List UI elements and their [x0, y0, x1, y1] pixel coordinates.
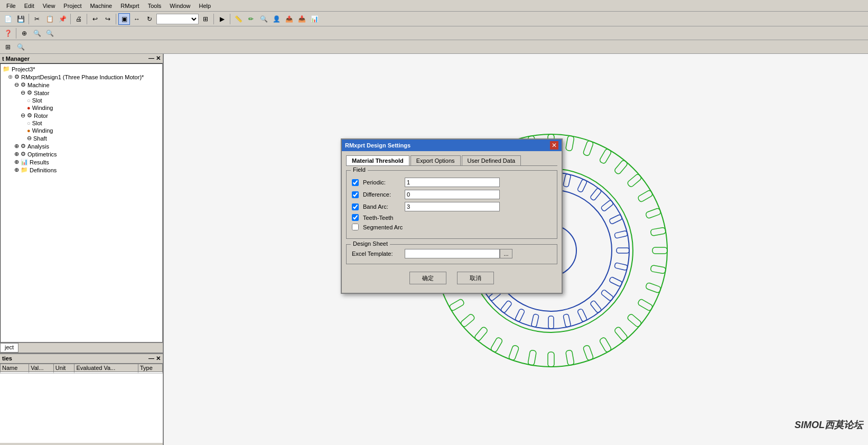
obj-tab-item[interactable]: ject	[0, 343, 18, 353]
band-arc-checkbox[interactable]	[352, 203, 359, 210]
chart-button[interactable]: 📊	[309, 13, 320, 25]
tree-stator[interactable]: ⊖ ⚙ Stator	[2, 89, 161, 97]
measure-button[interactable]: 📏	[232, 13, 244, 25]
tree-project[interactable]: 📁 Project3*	[2, 65, 161, 73]
tree-analysis-icon: ⊕	[14, 143, 19, 150]
tab-user-defined-data[interactable]: User Defined Data	[462, 155, 521, 165]
dialog-title: RMxprt Design Settings	[345, 142, 410, 149]
properties-panel: ties — ✕ Name Val... Unit Evaluated Va..…	[0, 353, 163, 445]
tree-stator-slot[interactable]: ○ Slot	[2, 97, 161, 104]
select-button[interactable]: ▣	[118, 13, 130, 25]
tree-definitions[interactable]: ⊕ 📁 Definitions	[2, 166, 161, 174]
tree-stator-winding[interactable]: ● Winding	[2, 104, 161, 112]
difference-input[interactable]: 0	[405, 190, 500, 199]
help-icon-btn[interactable]: ❓	[2, 27, 14, 39]
dialog-overlay: RMxprt Design Settings ✕ Material Thresh…	[164, 54, 868, 445]
grid-button[interactable]: ⊞	[200, 13, 211, 25]
dialog: RMxprt Design Settings ✕ Material Thresh…	[341, 138, 563, 294]
move-button[interactable]: ↔	[131, 13, 143, 25]
tree-rmxprt[interactable]: ⊕ ⚙ RMxprtDesign1 (Three Phase Induction…	[2, 73, 161, 81]
tree-rotor-slot[interactable]: ○ Slot	[2, 119, 161, 127]
print-button[interactable]: 🖨	[73, 13, 85, 25]
tree-definitions-icon: ⊕	[14, 166, 19, 173]
difference-checkbox[interactable]	[352, 191, 359, 198]
zoom-button[interactable]: 🔍	[258, 13, 269, 25]
tab-material-threshold[interactable]: Material Threshold	[346, 155, 409, 165]
tree-rotor[interactable]: ⊖ ⚙ Rotor	[2, 112, 161, 119]
props-close[interactable]: ✕	[156, 355, 161, 361]
dialog-tabs: Material Threshold Export Options User D…	[346, 155, 557, 166]
tree-stator-label: Stator	[34, 90, 49, 96]
menu-machine[interactable]: Machine	[86, 2, 117, 10]
menubar: File Edit View Project Machine RMxprt To…	[0, 0, 868, 12]
tree-results-icon: ⊕	[14, 159, 19, 165]
project-manager-title: t Manager	[2, 55, 30, 62]
tree-results[interactable]: ⊕ 📊 Results	[2, 158, 161, 166]
panel-close[interactable]: ✕	[156, 55, 161, 61]
menu-file[interactable]: File	[2, 2, 20, 10]
periodic-checkbox[interactable]	[352, 179, 359, 186]
tab-export-options[interactable]: Export Options	[410, 155, 461, 165]
teeth-teeth-checkbox[interactable]	[352, 214, 359, 221]
draw-button[interactable]: ✏	[245, 13, 257, 25]
tree-rotor-winding-icon: ●	[27, 127, 31, 134]
col-type: Type	[138, 364, 162, 372]
grid2-btn[interactable]: ⊞	[2, 41, 14, 53]
excel-template-label: Excel Template:	[352, 251, 405, 257]
tree-machine-icon: ⊖	[14, 81, 19, 88]
zoom-out-btn[interactable]: 🔍	[31, 27, 43, 39]
redo-button[interactable]: ↪	[102, 13, 114, 25]
dialog-close-button[interactable]: ✕	[550, 141, 558, 150]
dropdown[interactable]	[156, 14, 199, 24]
tree-optimetrics[interactable]: ⊕ ⚙ Optimetrics	[2, 150, 161, 158]
zoom-in-btn[interactable]: 🔍	[44, 27, 55, 39]
tree-analysis[interactable]: ⊕ ⚙ Analysis	[2, 142, 161, 150]
copy-button[interactable]: 📋	[44, 13, 55, 25]
tree-machine[interactable]: ⊖ ⚙ Machine	[2, 81, 161, 89]
snap-btn[interactable]: ⊕	[18, 27, 30, 39]
tree-rotor-winding[interactable]: ● Winding	[2, 127, 161, 134]
segmented-arc-label: Segmented Arc	[352, 224, 405, 230]
segmented-arc-checkbox[interactable]	[352, 224, 359, 230]
ok-button[interactable]: 确定	[409, 272, 446, 284]
cancel-button[interactable]: 取消	[457, 272, 494, 284]
excel-browse-button[interactable]: ...	[500, 249, 512, 258]
col-unit: Unit	[53, 364, 74, 372]
cut-button[interactable]: ✂	[31, 13, 43, 25]
import-button[interactable]: 📥	[296, 13, 307, 25]
dialog-body: Material Threshold Export Options User D…	[342, 151, 562, 293]
new-button[interactable]: 📄	[2, 13, 14, 25]
panel-controls: — ✕	[148, 55, 161, 62]
difference-label: Difference:	[352, 191, 405, 198]
tree-machine-label: Machine	[27, 82, 50, 88]
tree-rotor-icon: ⊖	[21, 112, 25, 119]
excel-template-input[interactable]	[405, 249, 500, 258]
menu-edit[interactable]: Edit	[20, 2, 39, 10]
menu-project[interactable]: Project	[59, 2, 86, 10]
main-layout: t Manager — ✕ 📁 Project3* ⊕ ⚙ RMxprtDesi…	[0, 54, 868, 445]
menu-window[interactable]: Window	[165, 2, 194, 10]
tree-shaft[interactable]: ⊖ Shaft	[2, 134, 161, 142]
panel-pin[interactable]: —	[148, 55, 154, 61]
person-button[interactable]: 👤	[270, 13, 282, 25]
band-arc-input[interactable]: 3	[405, 202, 500, 211]
props-pin[interactable]: —	[148, 355, 154, 361]
rotate-button[interactable]: ↻	[144, 13, 155, 25]
sep6	[230, 14, 230, 24]
tree-rotor-icon2: ⚙	[27, 112, 32, 119]
object-tab: ject	[0, 342, 163, 353]
menu-rmxprt[interactable]: RMxprt	[116, 2, 143, 10]
tree-rotor-slot-icon: ○	[27, 120, 31, 126]
left-panel: t Manager — ✕ 📁 Project3* ⊕ ⚙ RMxprtDesi…	[0, 54, 164, 445]
search-btn[interactable]: 🔍	[15, 41, 26, 53]
paste-button[interactable]: 📌	[57, 13, 68, 25]
undo-button[interactable]: ↩	[89, 13, 101, 25]
menu-tools[interactable]: Tools	[144, 2, 166, 10]
sep1	[29, 14, 29, 24]
save-button[interactable]: 💾	[15, 13, 26, 25]
run-button[interactable]: ▶	[216, 13, 228, 25]
menu-help[interactable]: Help	[194, 2, 215, 10]
export-button[interactable]: 📤	[283, 13, 295, 25]
periodic-input[interactable]: 1	[405, 178, 500, 187]
menu-view[interactable]: View	[39, 2, 60, 10]
